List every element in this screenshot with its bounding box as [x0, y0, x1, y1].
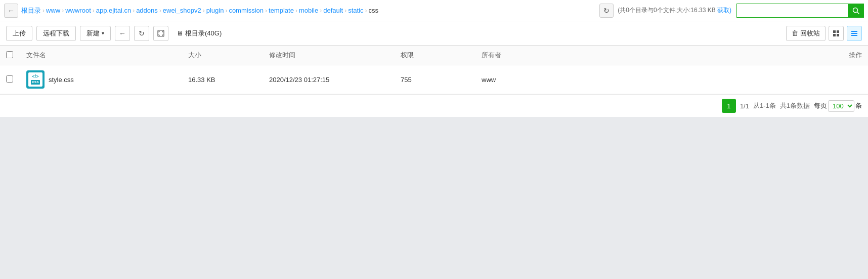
svg-rect-13	[833, 34, 836, 36]
col-header-perm: 权限	[395, 46, 475, 65]
breadcrumb-item-7[interactable]: commission	[229, 7, 264, 14]
main-content: 文件名 大小 修改时间 权限 所有者 操作 </> css	[0, 46, 868, 117]
recycle-bin-button[interactable]: 🗑 回收站	[786, 26, 826, 41]
per-page-selector: 每页 100 条	[814, 100, 862, 112]
svg-rect-2	[158, 30, 164, 36]
upload-button[interactable]: 上传	[6, 26, 32, 41]
breadcrumb-sep-11: ›	[365, 7, 367, 14]
breadcrumb-sep-2: ›	[93, 7, 95, 14]
breadcrumb-item-4[interactable]: addons	[136, 7, 158, 14]
file-table: 文件名 大小 修改时间 权限 所有者 操作 </> css	[0, 46, 868, 94]
row-perm-cell: 755	[395, 65, 475, 94]
col-header-name: 文件名	[20, 46, 182, 65]
breadcrumb-item-6[interactable]: plugin	[206, 7, 224, 14]
row-time-cell: 2020/12/23 01:27:15	[263, 65, 395, 94]
breadcrumb-item-5[interactable]: ewei_shopv2	[163, 7, 201, 14]
path-label: 根目录(40G)	[185, 29, 222, 38]
toolbar-path: 🖥 根目录(40G)	[177, 29, 222, 38]
breadcrumb-refresh-button[interactable]: ↻	[599, 4, 614, 18]
page-number-button[interactable]: 1	[722, 99, 736, 113]
breadcrumb-item-1[interactable]: www	[46, 7, 60, 14]
breadcrumb-sep-0: ›	[42, 7, 45, 14]
gray-area	[0, 117, 868, 249]
select-all-header	[0, 46, 20, 65]
breadcrumb-sep-1: ›	[62, 7, 64, 14]
breadcrumb-sep-6: ›	[225, 7, 227, 14]
breadcrumb-item-3[interactable]: app.ejitai.cn	[96, 7, 131, 14]
breadcrumb-sep-9: ›	[320, 7, 322, 14]
breadcrumb-item-0[interactable]: 根目录	[21, 6, 41, 15]
breadcrumb-sep-5: ›	[203, 7, 205, 14]
per-page-select[interactable]: 100	[828, 100, 854, 112]
page-total-count: 共1条数据	[780, 101, 810, 110]
toolbar-refresh-button[interactable]: ↻	[134, 26, 149, 41]
drive-icon: 🖥	[177, 29, 183, 37]
breadcrumb-item-11[interactable]: static	[348, 7, 363, 14]
breadcrumb-sep-4: ›	[159, 7, 161, 14]
search-box	[736, 4, 864, 18]
table-header-row: 文件名 大小 修改时间 权限 所有者 操作	[0, 46, 868, 65]
breadcrumb-bar: ← 根目录›www›wwwroot›app.ejitai.cn›addons›e…	[0, 0, 868, 21]
svg-rect-16	[851, 33, 857, 34]
recycle-icon: 🗑	[792, 29, 798, 37]
breadcrumb-sep-10: ›	[344, 7, 346, 14]
col-header-action: 操作	[556, 46, 868, 65]
row-action-cell	[556, 65, 868, 94]
back-button[interactable]: ←	[4, 4, 18, 18]
breadcrumb-item-8[interactable]: template	[269, 7, 294, 14]
new-dropdown-arrow: ▾	[102, 30, 104, 36]
search-button[interactable]	[848, 4, 864, 18]
svg-rect-14	[837, 34, 839, 36]
toolbar-fullscreen-button[interactable]	[153, 26, 168, 41]
svg-rect-12	[837, 30, 839, 33]
col-header-owner: 所有者	[475, 46, 556, 65]
svg-rect-11	[833, 30, 836, 33]
pagination-bar: 1 1/1 从1-1条 共1条数据 每页 100 条	[0, 94, 868, 117]
per-page-unit: 条	[855, 101, 862, 110]
breadcrumb-sep-8: ›	[295, 7, 297, 14]
svg-rect-17	[851, 35, 857, 36]
svg-rect-15	[851, 31, 857, 32]
row-size-cell: 16.33 KB	[182, 65, 263, 94]
breadcrumb-item-10[interactable]: default	[323, 7, 343, 14]
toolbar-back-button[interactable]: ←	[115, 26, 130, 41]
page-total-info: 1/1	[740, 102, 749, 110]
breadcrumb-item-2[interactable]: wwwroot	[65, 7, 91, 14]
table-row: </> css style.css 16.33 KB 2020/12/23 01…	[0, 65, 868, 94]
col-header-size: 大小	[182, 46, 263, 65]
toolbar-right: 🗑 回收站	[786, 26, 862, 41]
per-page-label: 每页	[814, 101, 827, 110]
list-view-button[interactable]	[847, 26, 862, 41]
row-name-cell: </> css style.css	[20, 65, 182, 94]
file-icon: </> css	[26, 70, 45, 89]
breadcrumb-item-9[interactable]: mobile	[299, 7, 318, 14]
toolbar-bar: 上传 远程下载 新建 ▾ ← ↻ 🖥 根目录(40G) 🗑 回收站	[0, 21, 868, 46]
row-owner-cell: www	[475, 65, 556, 94]
breadcrumb-sep-7: ›	[265, 7, 267, 14]
remote-download-button[interactable]: 远程下载	[36, 26, 76, 41]
svg-line-1	[857, 12, 859, 14]
col-header-time: 修改时间	[263, 46, 395, 65]
file-name[interactable]: style.css	[49, 76, 74, 84]
get-info-link[interactable]: 获取)	[717, 7, 731, 14]
code-tag-icon: </>	[32, 74, 38, 79]
row-checkbox-0[interactable]	[6, 75, 13, 83]
breadcrumb-info: (共0个目录与0个文件,大小:16.33 KB 获取)	[618, 6, 731, 15]
new-button[interactable]: 新建 ▾	[80, 26, 111, 41]
breadcrumb-items: 根目录›www›wwwroot›app.ejitai.cn›addons›ewe…	[21, 6, 595, 15]
select-all-checkbox[interactable]	[6, 51, 13, 58]
search-input[interactable]	[736, 4, 848, 18]
breadcrumb-sep-3: ›	[133, 7, 135, 14]
grid-view-button[interactable]	[829, 26, 844, 41]
page-range: 从1-1条	[753, 101, 776, 110]
ext-label: css	[31, 80, 39, 85]
row-checkbox-cell	[0, 65, 20, 94]
breadcrumb-item-12: css	[369, 7, 379, 14]
